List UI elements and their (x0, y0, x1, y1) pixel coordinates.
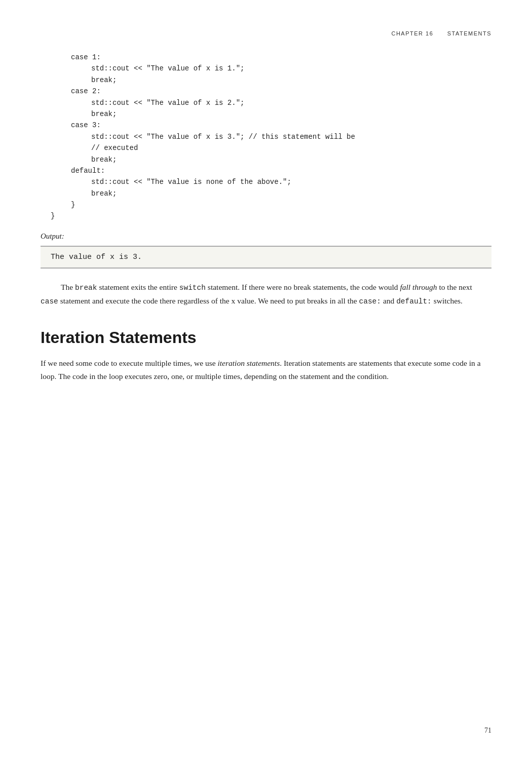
section-paragraph-iteration: If we need some code to execute multiple… (41, 357, 491, 384)
code-line-11: default: (51, 165, 491, 176)
code-line-7: case 3: (51, 120, 491, 131)
code-line-12: std::cout << "The value is none of the a… (51, 176, 491, 187)
code-case: case (41, 297, 58, 306)
code-line-15: } (51, 210, 491, 221)
code-line-3: break; (51, 74, 491, 86)
code-line-13: break; (51, 188, 491, 199)
code-line-10: break; (51, 154, 491, 165)
section-title: STATEMENTS (447, 30, 491, 36)
code-line-8: std::cout << "The value of x is 3."; // … (51, 131, 491, 142)
code-break: break (75, 284, 97, 292)
paragraph-break-explanation: The break statement exits the entire swi… (41, 281, 491, 308)
code-line-4: case 2: (51, 86, 491, 97)
code-line-14: } (51, 199, 491, 210)
code-default-colon: default: (396, 297, 432, 306)
code-switch: switch (179, 284, 206, 292)
chapter-number: CHAPTER 16 (391, 30, 433, 36)
code-line-6: break; (51, 108, 491, 120)
italic-iteration-statements: iteration statements (218, 359, 280, 367)
code-line-2: std::cout << "The value of x is 1."; (51, 63, 491, 74)
page-number: 71 (484, 727, 491, 735)
section-heading-iteration: Iteration Statements (41, 328, 491, 347)
italic-fall-through: fall through (400, 283, 437, 291)
code-line-9: // executed (51, 142, 491, 154)
output-box: The value of x is 3. (41, 246, 491, 269)
chapter-label: CHAPTER 16 STATEMENTS (391, 30, 491, 36)
code-case-colon: case: (359, 297, 382, 306)
code-line-1: case 1: (51, 52, 491, 63)
page-header: CHAPTER 16 STATEMENTS (41, 30, 491, 36)
output-label: Output: (41, 232, 491, 241)
output-text: The value of x is 3. (51, 253, 142, 261)
code-line-5: std::cout << "The value of x is 2."; (51, 97, 491, 108)
code-block: case 1: std::cout << "The value of x is … (41, 52, 491, 222)
page: CHAPTER 16 STATEMENTS case 1: std::cout … (0, 0, 532, 760)
